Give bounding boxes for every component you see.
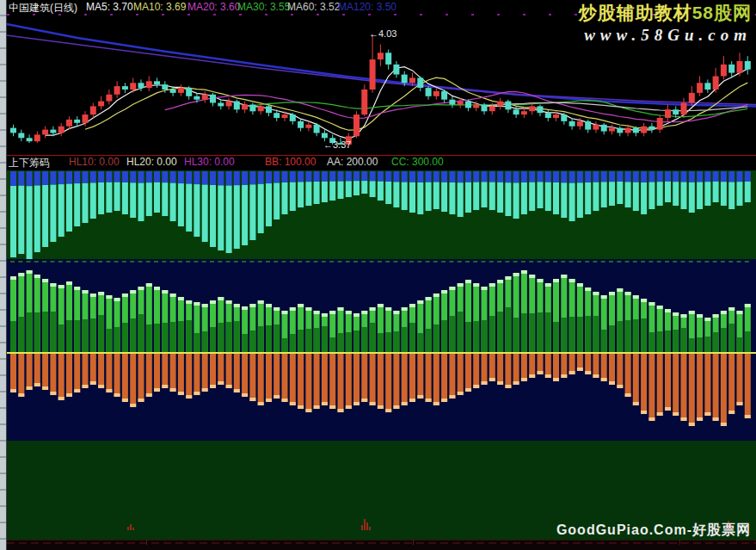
indicator-field-aa: AA: 200.00 bbox=[327, 156, 378, 168]
upper-bars-layer bbox=[10, 171, 751, 259]
high-price-annotation: ←4.03 bbox=[369, 28, 396, 39]
indicator-field-bb: BB: 100.00 bbox=[265, 156, 316, 168]
indicator-field-hl10: HL10: 0.00 bbox=[69, 156, 120, 168]
top-watermark-line2: www.58Gu.com bbox=[579, 24, 752, 46]
green-bars-layer bbox=[10, 270, 751, 352]
dash-row-layer bbox=[10, 261, 749, 263]
indicator-field-cc: CC: 300.00 bbox=[391, 156, 444, 168]
ma20-legend: MA20: 3.60 bbox=[187, 1, 240, 13]
ma10-legend: MA10: 3.69 bbox=[133, 1, 186, 13]
ma5-legend: MA5: 3.70 bbox=[86, 1, 133, 13]
indicator-name: 上下筹码 bbox=[9, 156, 50, 170]
ma120-legend: MA120: 3.50 bbox=[338, 1, 396, 13]
indicator-field-hl30: HL30: 0.00 bbox=[184, 156, 235, 168]
indicator-field-hl20: HL20: 0.00 bbox=[126, 156, 177, 168]
indicator-row: 上下筹码 HL10: 0.00 HL20: 0.00 HL30: 0.00 BB… bbox=[0, 156, 756, 169]
app-window: 中国建筑(日线) MA5: 3.70 MA10: 3.69 MA20: 3.60… bbox=[0, 0, 756, 550]
stock-title: 中国建筑(日线) bbox=[9, 1, 77, 15]
low-price-annotation: ←3.37 bbox=[323, 139, 351, 150]
ma30-legend: MA30: 3.55 bbox=[237, 1, 290, 13]
chart-canvas[interactable] bbox=[0, 0, 756, 550]
top-watermark-line1: 炒股辅助教材58股网 bbox=[579, 2, 752, 24]
bottom-watermark: GoodGuPiao.Com-好股票网 bbox=[556, 522, 751, 540]
ma60-legend: MA60: 3.52 bbox=[287, 1, 340, 13]
baseline-layer bbox=[7, 352, 756, 354]
left-window-edge-strip bbox=[0, 0, 7, 550]
orange-bars-layer bbox=[10, 354, 751, 426]
top-watermark: 炒股辅助教材58股网 www.58Gu.com bbox=[579, 2, 752, 46]
date-axis-layer bbox=[7, 540, 756, 545]
